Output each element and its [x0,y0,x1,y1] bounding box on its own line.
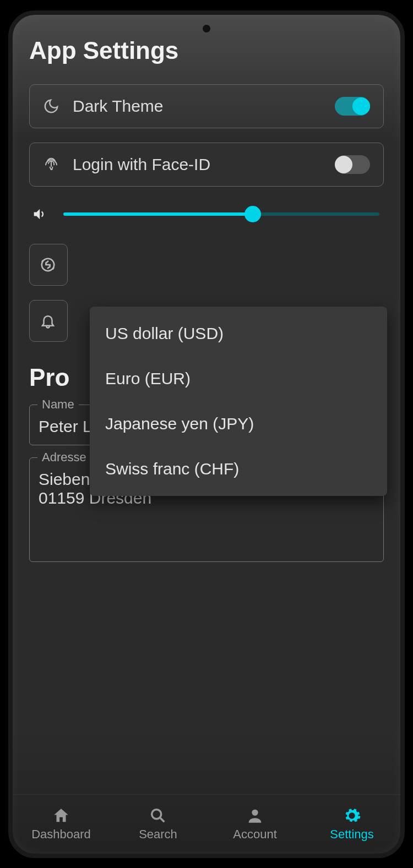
currency-exchange-icon [40,256,56,273]
volume-slider[interactable] [63,212,379,216]
nav-label: Account [233,827,277,842]
setting-notifications[interactable] [29,300,68,342]
volume-row [29,201,384,227]
nav-label: Settings [330,827,374,842]
setting-label: Dark Theme [73,97,322,116]
moon-icon [43,98,59,114]
setting-label: Login with Face-ID [73,155,322,174]
nav-settings[interactable]: Settings [303,795,400,854]
nav-label: Dashboard [31,827,91,842]
page-title: App Settings [29,37,384,64]
setting-currency[interactable] [29,244,68,286]
bell-icon [40,313,56,329]
slider-thumb[interactable] [244,206,261,222]
setting-dark-theme[interactable]: Dark Theme [29,84,384,128]
nav-label: Search [139,827,177,842]
dropdown-option-eur[interactable]: Euro (EUR) [90,356,387,401]
dark-theme-toggle[interactable] [335,97,370,116]
bottom-nav: Dashboard Search Account Settings [13,794,400,854]
field-label: Name [37,397,79,412]
person-icon [246,806,264,825]
gear-icon [343,806,361,825]
face-id-toggle[interactable] [335,155,370,174]
dropdown-option-usd[interactable]: US dollar (USD) [90,311,387,356]
currency-dropdown[interactable]: US dollar (USD) Euro (EUR) Japanese yen … [90,307,387,496]
dropdown-option-chf[interactable]: Swiss franc (CHF) [90,446,387,492]
svg-point-2 [252,810,258,816]
field-label: Adresse [37,450,91,465]
nav-search[interactable]: Search [110,795,206,854]
search-icon [149,806,167,825]
volume-icon [31,206,47,222]
fingerprint-icon [43,156,59,173]
home-icon [52,806,70,825]
dropdown-option-jpy[interactable]: Japanese yen (JPY) [90,401,387,446]
nav-dashboard[interactable]: Dashboard [13,795,110,854]
svg-point-1 [152,810,161,819]
nav-account[interactable]: Account [206,795,303,854]
slider-fill [63,212,253,216]
setting-face-id[interactable]: Login with Face-ID [29,143,384,187]
